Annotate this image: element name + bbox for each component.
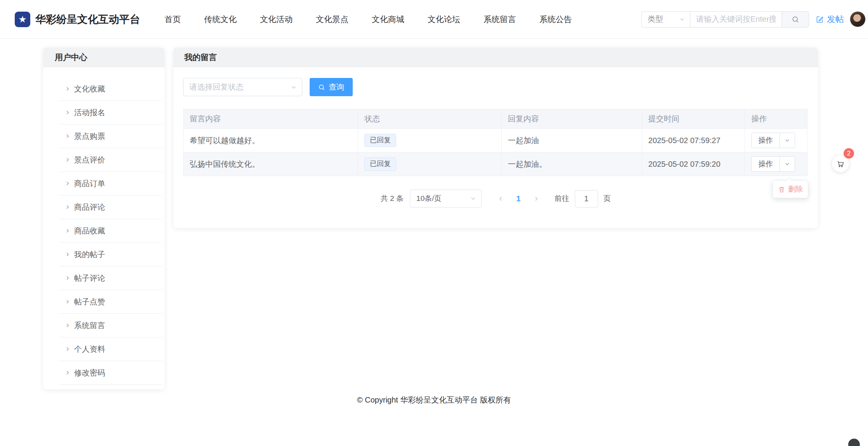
search-icon [318, 84, 325, 91]
sidebar-item-post-comments[interactable]: 帖子评论 [59, 266, 162, 290]
action-dropdown-menu: 删除 [773, 180, 808, 198]
sidebar-item-scenic-reviews[interactable]: 景点评价 [59, 148, 162, 172]
row-action-group: 操作 [751, 133, 795, 148]
sidebar-item-label: 文化收藏 [74, 84, 105, 94]
action-button[interactable]: 操作 [751, 133, 780, 148]
delete-menu-item[interactable]: 删除 [788, 184, 803, 194]
chevron-down-icon [470, 195, 476, 202]
edit-icon [816, 16, 824, 23]
action-dropdown-toggle[interactable] [780, 156, 795, 172]
create-post-button[interactable]: 发帖 [816, 14, 844, 25]
chevron-right-icon [65, 181, 70, 186]
chevron-right-icon [65, 133, 70, 139]
chevron-right-icon [65, 157, 70, 162]
nav-item-home[interactable]: 首页 [165, 14, 181, 25]
sidebar-item-product-comments[interactable]: 商品评论 [59, 195, 162, 219]
next-page-button[interactable]: › [527, 194, 545, 204]
page-size-value: 10条/页 [416, 194, 441, 204]
sidebar-item-label: 我的帖子 [74, 249, 105, 260]
nav-item-traditional-culture[interactable]: 传统文化 [204, 14, 237, 25]
page-size-select[interactable]: 10条/页 [410, 190, 482, 207]
query-button-label: 查询 [329, 82, 344, 92]
action-dropdown-toggle[interactable] [780, 133, 795, 148]
pagination-total: 共 2 条 [381, 194, 404, 204]
column-header-time: 提交时间 [642, 109, 745, 129]
search-submit-button[interactable] [781, 12, 809, 27]
sidebar-item-system-messages[interactable]: 系统留言 [59, 314, 162, 337]
sidebar-item-label: 商品收藏 [74, 226, 105, 236]
sidebar-item-product-orders[interactable]: 商品订单 [59, 172, 162, 195]
chevron-right-icon [65, 252, 70, 257]
sidebar-item-scenic-tickets[interactable]: 景点购票 [59, 124, 162, 148]
top-navigation-bar: ★ 华彩纷呈文化互动平台 首页 传统文化 文化活动 文化景点 文化商城 文化论坛… [0, 0, 868, 39]
reply-status-placeholder: 请选择回复状态 [189, 82, 244, 92]
submit-time-cell: 2025-05-02 07:59:20 [642, 152, 745, 176]
cart-count-badge: 2 [844, 148, 854, 159]
main-nav: 首页 传统文化 文化活动 文化景点 文化商城 文化论坛 系统留言 系统公告 [165, 14, 572, 25]
panel-title: 我的留言 [173, 48, 818, 67]
my-messages-panel: 我的留言 请选择回复状态 查询 留言内容 状态 回复内容 提交时间 操作 [173, 48, 818, 228]
scroll-float-button[interactable] [848, 439, 860, 446]
sidebar-item-activity-signup[interactable]: 活动报名 [59, 101, 162, 124]
chevron-right-icon [65, 110, 70, 115]
goto-unit-label: 页 [603, 194, 611, 204]
chevron-right-icon [65, 204, 70, 210]
prev-page-button[interactable]: ‹ [492, 194, 509, 204]
pagination-goto: 前往 页 [554, 190, 611, 207]
sidebar-item-profile[interactable]: 个人资料 [59, 337, 162, 361]
page-number-current[interactable]: 1 [509, 194, 527, 203]
actions-cell: 操作 [745, 129, 807, 152]
trash-icon [778, 186, 785, 193]
goto-label: 前往 [554, 194, 569, 204]
search-icon [792, 16, 799, 23]
cart-icon [836, 159, 845, 168]
sidebar-item-label: 个人资料 [74, 344, 105, 354]
sidebar-item-change-password[interactable]: 修改密码 [59, 361, 162, 385]
sidebar-item-my-posts[interactable]: 我的帖子 [59, 243, 162, 266]
search-group: 类型 [641, 11, 809, 28]
row-action-group: 操作 [751, 156, 795, 172]
query-button[interactable]: 查询 [310, 78, 353, 96]
reply-status-select[interactable]: 请选择回复状态 [183, 78, 302, 96]
action-button[interactable]: 操作 [751, 156, 780, 172]
user-center-sidebar: 用户中心 文化收藏 活动报名 景点购票 景点评价 商品订单 商品评论 商品收藏 … [43, 48, 165, 389]
nav-item-culture-scenic[interactable]: 文化景点 [316, 14, 348, 25]
status-badge: 已回复 [364, 157, 396, 171]
column-header-status: 状态 [358, 109, 502, 129]
sidebar-item-label: 商品订单 [74, 178, 105, 189]
status-cell: 已回复 [358, 129, 502, 152]
chevron-right-icon [65, 370, 70, 375]
column-header-reply: 回复内容 [502, 109, 642, 129]
message-content-cell: 弘扬中国传统文化。 [184, 152, 358, 176]
sidebar-item-label: 活动报名 [74, 107, 105, 118]
search-type-select[interactable]: 类型 [642, 12, 690, 27]
user-avatar[interactable] [850, 11, 866, 27]
nav-item-system-message[interactable]: 系统留言 [483, 14, 516, 25]
sidebar-item-label: 景点购票 [74, 131, 105, 142]
goto-page-input[interactable] [575, 190, 598, 207]
create-post-label: 发帖 [827, 14, 844, 25]
chevron-right-icon [65, 86, 70, 92]
nav-item-culture-activity[interactable]: 文化活动 [260, 14, 293, 25]
message-content-cell: 希望可以越做越好。 [184, 129, 358, 152]
sidebar-item-post-likes[interactable]: 帖子点赞 [59, 290, 162, 314]
keyword-search-input[interactable] [690, 12, 781, 27]
nav-item-system-notice[interactable]: 系统公告 [539, 14, 572, 25]
sidebar-item-label: 景点评价 [74, 155, 105, 165]
chevron-down-icon [679, 16, 685, 22]
filter-row: 请选择回复状态 查询 [183, 78, 353, 96]
chevron-down-icon [290, 84, 297, 91]
reply-content-cell: 一起加油。 [502, 152, 642, 176]
sidebar-menu: 文化收藏 活动报名 景点购票 景点评价 商品订单 商品评论 商品收藏 我的帖子 … [43, 67, 165, 385]
messages-table: 留言内容 状态 回复内容 提交时间 操作 希望可以越做越好。 已回复 一起加油 … [183, 109, 807, 176]
chevron-right-icon [65, 275, 70, 281]
nav-item-culture-mall[interactable]: 文化商城 [372, 14, 404, 25]
topbar-right-tools: 类型 发帖 [641, 11, 866, 28]
nav-item-culture-forum[interactable]: 文化论坛 [428, 14, 460, 25]
status-badge: 已回复 [364, 134, 396, 147]
table-row: 希望可以越做越好。 已回复 一起加油 2025-05-02 07:59:27 操… [184, 129, 807, 152]
brand-title: 华彩纷呈文化互动平台 [35, 12, 140, 26]
sidebar-item-product-favorites[interactable]: 商品收藏 [59, 219, 162, 243]
sidebar-item-culture-favorites[interactable]: 文化收藏 [59, 77, 162, 101]
sidebar-item-label: 商品评论 [74, 202, 105, 213]
